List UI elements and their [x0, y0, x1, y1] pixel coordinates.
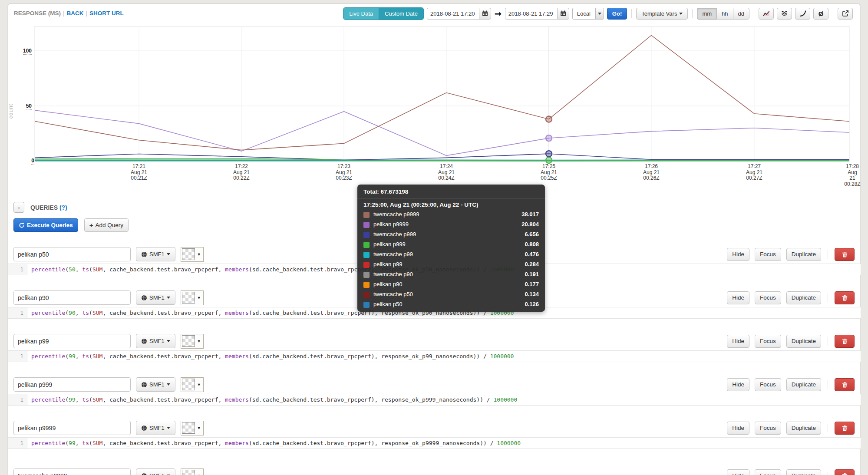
datacenter-dropdown[interactable]: SMF1 [136, 247, 175, 261]
datacenter-label: SMF1 [149, 472, 165, 475]
execute-queries-button[interactable]: Execute Queries [13, 218, 78, 232]
template-vars-button[interactable]: Template Vars [636, 8, 688, 20]
focus-query-button[interactable]: Focus [755, 335, 781, 348]
query-code-editor[interactable]: 1 percentile(99, ts(SUM, cache_backend.t… [8, 350, 861, 362]
delete-query-button[interactable] [835, 335, 855, 348]
hide-query-button[interactable]: Hide [727, 422, 749, 435]
query-name-input[interactable] [13, 334, 131, 348]
query-name-input[interactable] [13, 377, 131, 392]
granularity-mm-button[interactable]: mm [697, 8, 717, 20]
chevron-down-icon: ▼ [196, 383, 202, 387]
null-values-button[interactable]: Ø [813, 8, 828, 20]
datacenter-dropdown[interactable]: SMF1 [136, 290, 175, 305]
query-name-input[interactable] [13, 247, 131, 261]
series-color-picker[interactable]: ▼ [181, 290, 204, 305]
tooltip-series-value: 0.476 [525, 251, 539, 257]
focus-query-button[interactable]: Focus [755, 469, 781, 475]
delete-query-button[interactable] [835, 378, 855, 391]
add-query-button[interactable]: + Add Query [84, 218, 129, 232]
query-controls: SMF1 ▼ Hide Focus Duplicate [13, 377, 855, 392]
series-color-picker[interactable]: ▼ [181, 334, 204, 349]
date-from-calendar-button[interactable] [479, 8, 491, 20]
timezone-select[interactable]: Local [572, 8, 604, 20]
chevron-down-icon: ▼ [196, 426, 202, 430]
tooltip-series-row: twemcache p990.476 [357, 249, 545, 259]
hover-marker-pelikan-p999 [546, 157, 552, 163]
focus-query-button[interactable]: Focus [755, 291, 781, 304]
datacenter-dropdown[interactable]: SMF1 [136, 468, 175, 475]
datacenter-label: SMF1 [149, 425, 165, 431]
query-name-input[interactable] [13, 290, 131, 305]
title-separator: | [84, 10, 90, 16]
datacenter-dropdown[interactable]: SMF1 [136, 334, 175, 348]
datacenter-dropdown[interactable]: SMF1 [136, 377, 175, 392]
chevron-down-icon [167, 253, 170, 255]
short-url-link[interactable]: SHORT URL [89, 10, 124, 16]
query-name-input[interactable] [13, 468, 131, 475]
query-code-editor[interactable]: 1 percentile(99, ts(SUM, cache_backend.t… [8, 437, 861, 449]
chevron-down-icon: ▼ [196, 474, 202, 475]
export-button[interactable] [838, 8, 853, 20]
stacked-mode-button[interactable] [777, 8, 792, 20]
delete-query-button[interactable] [835, 248, 855, 261]
main-panel: RESPONSE (MS)|BACK|SHORT URL Live Data C… [8, 3, 860, 475]
duplicate-query-button[interactable]: Duplicate [786, 469, 821, 475]
collapse-queries-button[interactable]: - [13, 202, 24, 213]
chart-tooltip: Total: 67.673198 17:25:00, Aug 21 (00:25… [357, 185, 545, 312]
chevron-down-icon: ▼ [196, 252, 202, 257]
series-color-picker[interactable]: ▼ [181, 421, 204, 435]
duplicate-query-button[interactable]: Duplicate [786, 291, 821, 304]
y-axis-title: count [8, 98, 14, 124]
query-code-editor[interactable]: 1 percentile(99, ts(SUM, cache_backend.t… [8, 394, 861, 406]
date-to-input[interactable] [505, 8, 557, 20]
transparent-color-swatch [182, 248, 195, 260]
tooltip-series-name: twemcache p99 [373, 251, 525, 257]
title-separator: | [61, 10, 67, 16]
tooltip-series-row: twemcache p500.134 [357, 289, 545, 299]
series-color-picker[interactable]: ▼ [181, 377, 204, 392]
date-to-calendar-button[interactable] [557, 8, 569, 20]
live-data-button[interactable]: Live Data [343, 8, 379, 20]
focus-query-button[interactable]: Focus [755, 248, 781, 261]
toolbar-divider [833, 9, 833, 18]
date-mode-toggle: Live Data Custom Date [343, 7, 424, 20]
hide-query-button[interactable]: Hide [727, 335, 749, 348]
duplicate-query-button[interactable]: Duplicate [786, 335, 821, 348]
series-color-picker[interactable]: ▼ [181, 247, 204, 262]
back-link[interactable]: BACK [67, 10, 84, 16]
custom-date-button[interactable]: Custom Date [379, 8, 423, 20]
hover-marker-twemcache-p9999 [546, 116, 552, 122]
series-color-picker[interactable]: ▼ [181, 468, 204, 475]
line-number: 1 [8, 394, 27, 405]
query-controls: SMF1 ▼ Hide Focus Duplicate [13, 468, 855, 475]
tooltip-series-value: 20.804 [521, 221, 539, 228]
chevron-down-icon [598, 13, 601, 15]
tooltip-series-name: twemcache p999 [373, 231, 525, 238]
delete-query-button[interactable] [835, 422, 855, 435]
datacenter-dropdown[interactable]: SMF1 [136, 421, 175, 435]
duplicate-query-button[interactable]: Duplicate [786, 378, 821, 391]
hide-query-button[interactable]: Hide [727, 469, 749, 475]
duplicate-query-button[interactable]: Duplicate [786, 422, 821, 435]
hide-query-button[interactable]: Hide [727, 291, 749, 304]
go-button[interactable]: Go! [607, 8, 627, 20]
granularity-dd-button[interactable]: dd [733, 8, 749, 20]
chart-area[interactable]: 100 50 0 count 17:21Aug 2100:21Z17:22Aug… [8, 21, 861, 209]
delete-query-button[interactable] [835, 469, 855, 475]
duplicate-query-button[interactable]: Duplicate [786, 248, 821, 261]
hide-query-button[interactable]: Hide [727, 248, 749, 261]
row-divider [828, 250, 828, 259]
delete-query-button[interactable] [835, 291, 855, 304]
log-scale-button[interactable] [795, 8, 810, 20]
tooltip-timestamp: 17:25:00, Aug 21 (00:25:00, Aug 22 - UTC… [357, 198, 545, 209]
granularity-hh-button[interactable]: hh [716, 8, 733, 20]
area-chart-toggle-button[interactable] [759, 8, 774, 20]
hide-query-button[interactable]: Hide [727, 378, 749, 391]
focus-query-button[interactable]: Focus [755, 378, 781, 391]
date-from-input[interactable] [427, 8, 479, 20]
area-chart-icon [763, 10, 770, 17]
focus-query-button[interactable]: Focus [755, 422, 781, 435]
query-name-input[interactable] [13, 421, 131, 435]
template-vars-label: Template Vars [641, 10, 677, 17]
queries-help-link[interactable]: (?) [59, 204, 67, 211]
